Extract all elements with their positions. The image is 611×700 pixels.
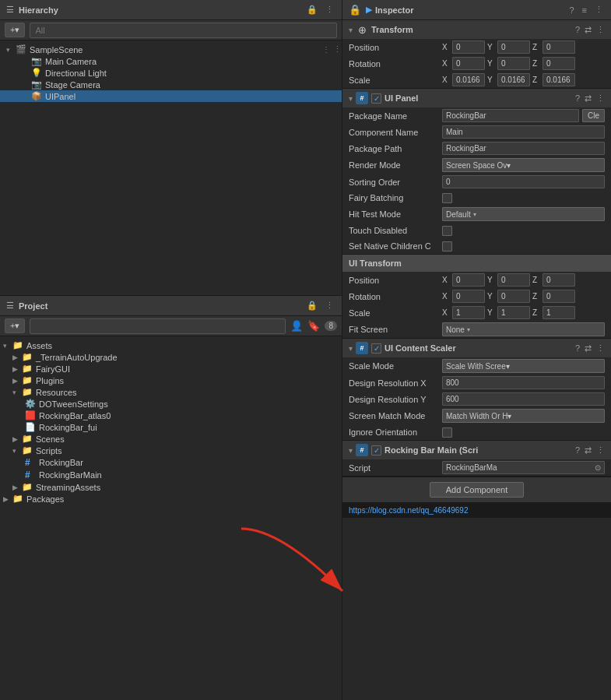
badge: 8 xyxy=(325,321,337,331)
design-res-y-input[interactable] xyxy=(442,392,605,406)
resources-icon: 📁 xyxy=(22,387,34,397)
sorting-order-input[interactable] xyxy=(442,175,605,188)
hierarchy-item-stagecamera[interactable]: 📷 Stage Camera xyxy=(0,79,342,90)
hierarchy-item-directionallight[interactable]: 💡 Directional Light xyxy=(0,67,342,79)
ui-pos-x-input[interactable] xyxy=(452,273,485,287)
ui-pos-z-input[interactable] xyxy=(543,273,575,287)
ui-pos-y-label: Y xyxy=(487,276,495,284)
project-item-rockingbar-fui[interactable]: 📄 RockingBar_fui xyxy=(0,421,342,433)
ui-scale-x-input[interactable] xyxy=(452,306,485,319)
screen-match-mode-dropdown[interactable]: Match Width Or H▾ xyxy=(442,409,605,423)
hierarchy-content: ▾ 🎬 SampleScene ⋮ 📷 Main Camera 💡 Direct xyxy=(0,40,342,295)
ui-panel-header[interactable]: ▾ # ✓ UI Panel ? ⇄ ⋮ xyxy=(342,89,611,107)
url-bar: https://blog.csdn.net/qq_46649692 xyxy=(342,502,611,518)
project-search-input[interactable] xyxy=(30,318,286,334)
inspector-layers-icon[interactable]: ≡ xyxy=(581,5,588,15)
scale-y-input[interactable] xyxy=(497,73,530,86)
project-item-fairygui[interactable]: ▶ 📁 FairyGUI xyxy=(0,363,342,375)
scale-mode-value: Scale With Scree▾ xyxy=(446,362,510,371)
hierarchy-add-button[interactable]: +▾ xyxy=(5,23,25,37)
project-add-button[interactable]: +▾ xyxy=(5,318,25,333)
directionallight-label: Directional Light xyxy=(45,69,107,78)
set-native-checkbox[interactable] xyxy=(442,241,452,252)
ui-panel-collapse-btn[interactable]: ▾ xyxy=(349,94,353,103)
ui-content-scaler-checkbox[interactable]: ✓ xyxy=(371,343,381,354)
rotation-label: Rotation xyxy=(349,59,442,69)
project-item-rockingbar-atlas0[interactable]: 🟥 RockingBar_atlas0 xyxy=(0,410,342,421)
project-lock-icon[interactable]: 🔒 xyxy=(305,301,319,311)
hierarchy-search-input[interactable] xyxy=(30,23,337,38)
hierarchy-item-uipanel[interactable]: 📦 UIPanel xyxy=(0,90,342,102)
ui-scale-row: Scale X Y Z xyxy=(342,304,611,321)
package-name-clear-button[interactable]: Cle xyxy=(582,109,605,122)
hierarchy-item-maincamera[interactable]: 📷 Main Camera xyxy=(0,55,342,67)
ui-content-scaler-icon: # xyxy=(356,342,368,354)
project-item-assets[interactable]: ▾ 📁 Assets xyxy=(0,339,342,351)
hierarchy-item-samplescene[interactable]: ▾ 🎬 SampleScene ⋮ xyxy=(0,44,342,55)
render-mode-dropdown[interactable]: Screen Space Ov▾ xyxy=(442,158,605,172)
project-item-terrainautoupgrade[interactable]: ▶ 📁 _TerrainAutoUpgrade xyxy=(0,351,342,363)
inspector-title: Inspector xyxy=(375,5,567,15)
hierarchy-header: ☰ Hierarchy 🔒 ⋮ xyxy=(0,0,342,20)
terrainautoupgrade-arrow: ▶ xyxy=(12,354,22,361)
rocking-bar-main-checkbox[interactable]: ✓ xyxy=(371,445,381,456)
samplescene-dots: ⋮ xyxy=(322,45,330,54)
scale-mode-dropdown[interactable]: Scale With Scree▾ xyxy=(442,359,605,373)
rotation-y-input[interactable] xyxy=(497,57,530,70)
position-z-input[interactable] xyxy=(543,40,575,54)
project-item-packages[interactable]: ▶ 📁 Packages xyxy=(0,493,342,505)
hierarchy-lock-icon[interactable]: 🔒 xyxy=(305,5,319,15)
scale-x-input[interactable] xyxy=(452,73,485,86)
project-dots-icon[interactable]: ⋮ xyxy=(324,301,335,311)
person-icon: 👤 xyxy=(290,320,303,332)
package-path-input[interactable] xyxy=(442,142,605,155)
transform-collapse-btn[interactable]: ▾ xyxy=(349,26,353,34)
rockingbarmain-script-label: RockingBarMain xyxy=(39,470,102,480)
component-name-input[interactable] xyxy=(442,125,605,139)
hierarchy-toolbar: +▾ xyxy=(0,20,342,40)
rotation-y-label: Y xyxy=(487,59,495,68)
scale-z-input[interactable] xyxy=(543,73,575,86)
project-item-rockingbar-script[interactable]: # RockingBar xyxy=(0,456,342,469)
rocking-bar-main-header[interactable]: ▾ # ✓ Rocking Bar Main (Scri ? ⇄ ⋮ xyxy=(342,441,611,459)
project-item-scripts[interactable]: ▾ 📁 Scripts xyxy=(0,445,342,456)
project-item-rockingbarmain-script[interactable]: # RockingBarMain xyxy=(0,469,342,481)
script-input[interactable]: RockingBarMa ⊙ xyxy=(442,461,605,474)
ui-content-scaler-collapse-btn[interactable]: ▾ xyxy=(349,344,353,353)
project-item-scenes[interactable]: ▶ 📁 Scenes xyxy=(0,433,342,445)
ui-transform-divider[interactable]: UI Transform xyxy=(342,255,611,272)
position-x-input[interactable] xyxy=(452,40,485,54)
add-component-button[interactable]: Add Component xyxy=(430,482,525,498)
ui-rot-x-input[interactable] xyxy=(452,290,485,303)
project-item-dotweensettings[interactable]: ⚙️ DOTweenSettings xyxy=(0,398,342,410)
project-item-plugins[interactable]: ▶ 📁 Plugins xyxy=(0,375,342,386)
fairy-batching-checkbox[interactable] xyxy=(442,193,452,203)
project-item-streamingassets[interactable]: ▶ 📁 StreamingAssets xyxy=(0,481,342,493)
design-res-x-input[interactable] xyxy=(442,376,605,389)
touch-disabled-checkbox[interactable] xyxy=(442,226,452,236)
ui-scale-z-input[interactable] xyxy=(543,306,575,319)
hit-test-mode-dropdown[interactable]: Default ▾ xyxy=(442,207,605,221)
ignore-orientation-checkbox[interactable] xyxy=(442,427,452,438)
script-value: RockingBarMa xyxy=(446,463,497,472)
transform-header[interactable]: ▾ ⊕ Transform ? ⇄ ⋮ xyxy=(342,20,611,39)
hierarchy-dots-icon[interactable]: ⋮ xyxy=(324,5,335,15)
package-name-input[interactable] xyxy=(442,109,579,122)
inspector-dots-icon[interactable]: ⋮ xyxy=(593,5,605,15)
ui-rot-y-input[interactable] xyxy=(497,290,530,303)
script-picker-icon[interactable]: ⊙ xyxy=(595,463,601,472)
ui-rot-z-input[interactable] xyxy=(543,290,575,303)
tree-arrow-samplescene: ▾ xyxy=(6,46,16,54)
transform-question-icon: ? xyxy=(575,25,580,34)
inspector-question-icon[interactable]: ? xyxy=(567,5,575,15)
ui-panel-checkbox[interactable]: ✓ xyxy=(371,93,381,104)
ui-scale-y-input[interactable] xyxy=(497,306,530,319)
rotation-x-input[interactable] xyxy=(452,57,485,70)
rocking-bar-main-collapse-btn[interactable]: ▾ xyxy=(349,446,353,455)
position-y-input[interactable] xyxy=(497,40,530,54)
project-item-resources[interactable]: ▾ 📁 Resources xyxy=(0,386,342,398)
fit-screen-dropdown[interactable]: None ▾ xyxy=(442,322,605,336)
rotation-z-input[interactable] xyxy=(543,57,575,70)
ui-content-scaler-header[interactable]: ▾ # ✓ UI Content Scaler ? ⇄ ⋮ xyxy=(342,339,611,357)
ui-pos-y-input[interactable] xyxy=(497,273,530,287)
